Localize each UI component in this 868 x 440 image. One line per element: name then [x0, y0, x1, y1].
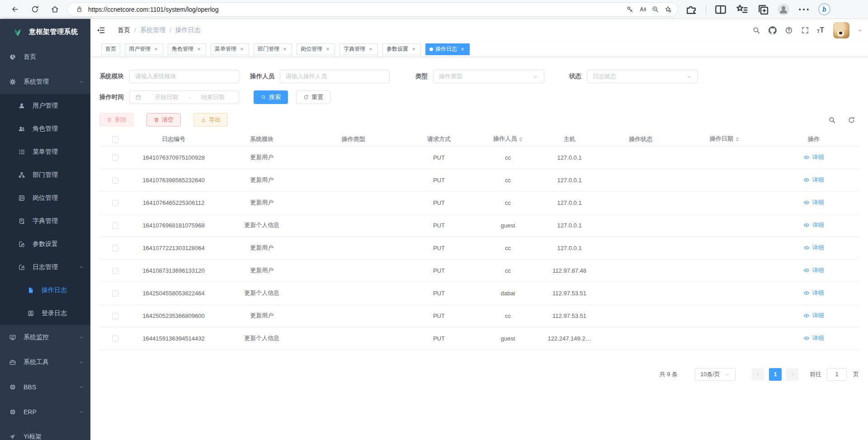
detail-link[interactable]: 详细: [803, 153, 824, 161]
status-select[interactable]: 日志状态: [587, 70, 698, 83]
sidebar-item-role[interactable]: 角色管理: [0, 117, 90, 140]
lock-icon[interactable]: [73, 3, 85, 16]
tab-菜单管理[interactable]: 菜单管理×: [211, 43, 249, 55]
tab-参数设置[interactable]: 参数设置×: [382, 43, 421, 55]
column-header-operator[interactable]: 操作人员: [478, 132, 538, 146]
close-tab-icon[interactable]: ×: [325, 46, 331, 52]
more-options-icon[interactable]: [797, 3, 811, 16]
detail-link[interactable]: 详细: [803, 244, 824, 252]
prev-page-button[interactable]: [752, 368, 764, 381]
collections-icon[interactable]: [756, 3, 770, 16]
search-icon[interactable]: [752, 26, 761, 35]
font-size-icon[interactable]: TT: [817, 27, 824, 34]
avatar-caret-icon[interactable]: [858, 28, 863, 33]
sidebar-item-operlog[interactable]: 操作日志: [0, 279, 90, 302]
close-tab-icon[interactable]: ×: [282, 46, 288, 52]
detail-link[interactable]: 详细: [803, 312, 824, 320]
sidebar-item-dict[interactable]: 字典管理: [0, 209, 90, 232]
column-header-date[interactable]: 操作日期: [680, 132, 769, 146]
sidebar-item-post[interactable]: 岗位管理: [0, 186, 90, 209]
detail-link[interactable]: 详细: [803, 199, 824, 207]
sidebar-item-erp[interactable]: ERP: [0, 399, 90, 424]
app-logo[interactable]: 意框架管理系统: [0, 19, 90, 44]
row-checkbox[interactable]: [112, 177, 118, 184]
sidebar-item-monitor[interactable]: 系统监控: [0, 325, 90, 350]
date-range-input[interactable]: 开始日期 - 结束日期: [129, 90, 239, 104]
back-icon[interactable]: [7, 2, 23, 17]
row-checkbox[interactable]: [112, 222, 118, 229]
reset-button[interactable]: 重置: [296, 90, 330, 104]
sidebar-item-home[interactable]: 首页: [0, 44, 90, 69]
refresh-table-icon[interactable]: [848, 116, 855, 124]
address-bar[interactable]: https://ccnetcore.com:1101/system/log/op…: [67, 2, 678, 17]
read-aloud-icon[interactable]: [636, 3, 649, 16]
home-icon[interactable]: [47, 2, 62, 17]
page-size-select[interactable]: 10条/页: [695, 368, 736, 381]
detail-link[interactable]: 详细: [803, 289, 824, 297]
sidebar-item-loginlog[interactable]: 登录日志: [0, 302, 90, 325]
close-tab-icon[interactable]: ×: [459, 46, 466, 52]
sidebar-item-logmgmt[interactable]: 日志管理: [0, 255, 90, 279]
collapse-sidebar-icon[interactable]: [96, 25, 106, 35]
show-search-icon[interactable]: [828, 116, 836, 124]
user-avatar[interactable]: [833, 22, 849, 38]
row-checkbox[interactable]: [112, 268, 118, 274]
close-tab-icon[interactable]: ×: [368, 46, 374, 52]
sidebar-item-menu[interactable]: 菜单管理: [0, 140, 90, 163]
select-all-header[interactable]: [99, 132, 131, 146]
sidebar-item-tools[interactable]: 系统工具: [0, 350, 90, 374]
next-page-button[interactable]: [786, 368, 799, 381]
tab-部门管理[interactable]: 部门管理×: [254, 43, 292, 55]
sort-caret-icon[interactable]: [736, 135, 739, 143]
add-favorite-icon[interactable]: [661, 3, 674, 16]
github-icon[interactable]: [768, 26, 777, 35]
delete-button[interactable]: 删除: [99, 113, 134, 127]
sidebar-item-dept[interactable]: 部门管理: [0, 163, 90, 186]
operator-input[interactable]: 请输入操作人员: [280, 70, 390, 83]
row-checkbox[interactable]: [112, 290, 118, 297]
export-button[interactable]: 导出: [193, 113, 228, 127]
tab-操作日志[interactable]: 操作日志×: [425, 43, 470, 55]
close-tab-icon[interactable]: ×: [196, 46, 202, 52]
sidebar-item-user[interactable]: 用户管理: [0, 94, 90, 117]
search-button[interactable]: 搜索: [254, 90, 288, 104]
close-tab-icon[interactable]: ×: [239, 46, 245, 52]
breadcrumb-item[interactable]: 首页: [118, 26, 130, 34]
password-key-icon[interactable]: [623, 3, 636, 16]
clean-button[interactable]: 清空: [146, 113, 181, 127]
row-checkbox[interactable]: [112, 155, 118, 161]
browser-profile-icon[interactable]: [778, 4, 789, 15]
split-screen-icon[interactable]: [714, 3, 727, 16]
page-1-button[interactable]: 1: [769, 368, 782, 381]
row-checkbox[interactable]: [112, 200, 118, 206]
sidebar-item-param[interactable]: 参数设置: [0, 232, 90, 255]
tab-岗位管理[interactable]: 岗位管理×: [297, 43, 335, 55]
tab-首页[interactable]: 首页: [101, 43, 120, 55]
module-input[interactable]: 请输入系统模块: [129, 70, 239, 83]
row-checkbox[interactable]: [112, 336, 118, 342]
goto-page-input[interactable]: [827, 368, 847, 381]
row-checkbox[interactable]: [112, 313, 118, 319]
fullscreen-icon[interactable]: [801, 26, 810, 35]
close-tab-icon[interactable]: ×: [153, 46, 159, 52]
sidebar-item-bbs[interactable]: BBS: [0, 374, 90, 399]
sidebar-item-yi[interactable]: Yi框架: [0, 424, 90, 440]
tab-角色管理[interactable]: 角色管理×: [168, 43, 206, 55]
tab-用户管理[interactable]: 用户管理×: [125, 43, 163, 55]
sort-caret-icon[interactable]: [519, 135, 523, 143]
detail-link[interactable]: 详细: [803, 334, 824, 342]
close-tab-icon[interactable]: ×: [410, 46, 417, 52]
favorites-bar-icon[interactable]: [735, 3, 749, 16]
help-icon[interactable]: [784, 26, 793, 35]
detail-link[interactable]: 详细: [803, 221, 824, 229]
detail-link[interactable]: 详细: [803, 266, 824, 274]
row-checkbox[interactable]: [112, 245, 118, 251]
extensions-icon[interactable]: [684, 3, 698, 16]
tab-字典管理[interactable]: 字典管理×: [340, 43, 378, 55]
reload-icon[interactable]: [27, 2, 42, 17]
zoom-out-icon[interactable]: [649, 3, 661, 16]
sidebar-item-system[interactable]: 系统管理: [0, 69, 90, 94]
select-all-checkbox[interactable]: [112, 137, 118, 143]
detail-link[interactable]: 详细: [803, 176, 824, 184]
type-select[interactable]: 操作类型: [433, 70, 544, 83]
